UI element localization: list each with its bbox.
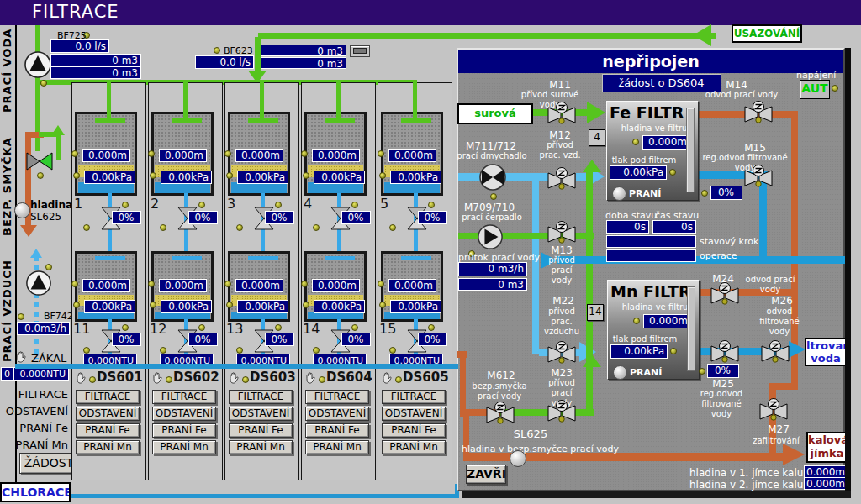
pipe-orange-m14 <box>697 111 798 118</box>
status-dot <box>148 281 155 287</box>
pipe-blue-down <box>759 176 767 260</box>
tank-level-field: 0.000m <box>388 279 436 292</box>
odstaveni-button[interactable]: ODSTAVENÍ <box>76 407 140 421</box>
green-arrow-up1-icon <box>583 160 601 172</box>
tank-pressure-field: 0.00kPa <box>84 300 135 313</box>
odstaveni-button[interactable]: ODSTAVENÍ <box>305 407 369 421</box>
tank-pressure-field: 0.00kPa <box>161 300 212 313</box>
pipe-orange-stub <box>463 413 469 456</box>
ds-label[interactable]: DS601 <box>97 370 143 385</box>
pipe-air3 <box>539 349 579 356</box>
tank-number-top: 3 <box>227 196 235 212</box>
tank-number-top: 4 <box>304 196 312 212</box>
tank-pressure-field: 0.00kPa <box>314 171 365 184</box>
row-label-filtrace: FILTRACE <box>0 388 68 401</box>
tank-level-field: 0.000m <box>312 279 360 292</box>
blower-icon[interactable] <box>25 270 52 297</box>
prani-mn-button[interactable]: PRANÍ Mn <box>229 440 293 454</box>
prani-fe-button[interactable]: PRANÍ Fe <box>152 423 216 438</box>
tank-pressure-field: 0.00kPa <box>237 171 288 184</box>
prani-fe-button[interactable]: PRANÍ Fe <box>229 423 293 438</box>
status-dot <box>160 224 166 231</box>
odstaveni-button[interactable]: ODSTAVENÍ <box>152 407 216 421</box>
prani-fe-button[interactable]: PRANÍ Fe <box>382 423 446 438</box>
panel-edge-shadow <box>845 48 851 496</box>
bf623-reset-button[interactable] <box>350 45 370 57</box>
zakal-flag-field: 0 <box>1 367 13 381</box>
filtrace-button[interactable]: FILTRACE <box>76 390 140 404</box>
filtrace-button[interactable]: FILTRACE <box>305 390 369 404</box>
hand-icon[interactable] <box>381 371 394 385</box>
hand-icon[interactable] <box>15 350 28 364</box>
bezp-valve-icon[interactable] <box>25 150 54 172</box>
tank-number-bottom: 11 <box>73 321 90 337</box>
hand-icon[interactable] <box>151 371 164 385</box>
ds-label[interactable]: DS603 <box>250 370 296 385</box>
prani-mn-button[interactable]: PRANÍ Mn <box>382 440 446 454</box>
tank-level-field: 0.000m <box>388 149 436 162</box>
status-dot <box>214 47 220 54</box>
status-dot <box>389 224 396 231</box>
bf725-total2-field: 0 m3 <box>50 66 141 79</box>
status-dot <box>224 150 231 157</box>
tank-number-bottom: 15 <box>379 321 396 337</box>
row-label-odstaveni: ODSTAVENÍ <box>0 405 68 417</box>
status-dot <box>71 150 78 157</box>
status-dot <box>89 376 96 383</box>
nav-chlorace[interactable]: CHLORACE <box>0 482 71 502</box>
filtrace-button[interactable]: FILTRACE <box>382 390 446 404</box>
status-dot <box>378 281 384 287</box>
zakal-ntu-field: 0.000NTU <box>13 367 69 381</box>
tank-number-bottom: 13 <box>226 321 243 337</box>
sl625-sensor-icon <box>14 202 30 218</box>
row-label-prani-mn: PRANÍ Mn <box>0 438 68 451</box>
distributor-bottom-icon <box>172 256 202 260</box>
ds-label[interactable]: DS605 <box>403 370 449 385</box>
status-dot <box>73 302 80 308</box>
status-dot <box>148 150 155 157</box>
hand-icon[interactable] <box>228 371 240 385</box>
hand-icon[interactable] <box>75 371 87 385</box>
bf742-label: BF742 <box>44 311 73 322</box>
status-dot <box>378 150 384 157</box>
odstaveni-button[interactable]: ODSTAVENÍ <box>382 407 446 421</box>
pipe-praci-voda <box>458 233 594 239</box>
prani-fe-button[interactable]: PRANÍ Fe <box>76 423 140 438</box>
filtrace-button[interactable]: FILTRACE <box>229 390 293 404</box>
filter-column: 0.000m 0.00kPa 4 0% 0.000m 0.00kPa 14 0%… <box>301 82 376 480</box>
odstaveni-button[interactable]: ODSTAVENÍ <box>229 407 293 421</box>
green-arrow-up-icon <box>51 125 65 135</box>
zakal-label: ZÁKAL <box>31 352 66 365</box>
pipe-feed-drop <box>107 80 111 123</box>
prani-mn-button[interactable]: PRANÍ Mn <box>152 440 216 454</box>
panel-bottom-shadow <box>462 491 851 498</box>
prani-mn-button[interactable]: PRANÍ Mn <box>305 440 369 454</box>
status-dot <box>319 376 325 383</box>
close-button[interactable]: ZAVŘI <box>466 465 506 484</box>
filter-column: 0.000m 0.00kPa 1 0% 0.000m 0.00kPa 11 0%… <box>71 82 146 480</box>
valve-position-field: 0% <box>418 211 447 224</box>
pump-icon[interactable] <box>24 50 52 79</box>
tank-level-field: 0.000m <box>235 149 283 162</box>
status-dot <box>428 324 435 331</box>
hand-icon[interactable] <box>304 371 317 385</box>
pipe-feed-drop <box>260 80 264 123</box>
pipe-orange-m27 <box>769 383 776 459</box>
prani-mn-button[interactable]: PRANÍ Mn <box>76 440 140 454</box>
filtrace-button[interactable]: FILTRACE <box>152 390 216 404</box>
blue-arrow-out-icon <box>789 341 806 358</box>
prani-fe-button[interactable]: PRANÍ Fe <box>305 423 369 438</box>
valve-position-field: 0% <box>341 211 371 224</box>
valve-position-field: 0% <box>265 333 294 346</box>
ds-label[interactable]: DS602 <box>173 370 219 385</box>
window-title-bar: FILTRACE <box>0 0 861 25</box>
filter-column: 0.000m 0.00kPa 5 0% 0.000m 0.00kPa 15 0%… <box>378 82 452 480</box>
status-dot <box>379 172 386 179</box>
distributor-bottom-icon <box>95 256 125 260</box>
nav-usazovani[interactable]: USAZOVÁNÍ <box>732 24 802 43</box>
tank-level-field: 0.000m <box>82 279 130 292</box>
ds-label[interactable]: DS604 <box>326 370 372 385</box>
label-praci-vzduch: PRACÍ VZDUCH <box>1 252 13 370</box>
status-dot <box>224 281 231 287</box>
status-dot <box>389 347 396 354</box>
